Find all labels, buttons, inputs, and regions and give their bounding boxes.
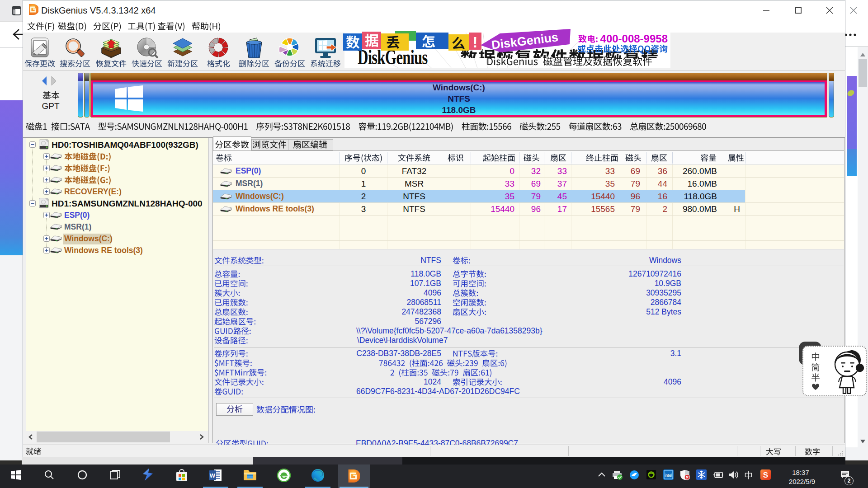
svg-text:intel: intel	[665, 473, 672, 478]
svg-text:W: W	[210, 472, 216, 479]
svg-text:S: S	[763, 471, 768, 479]
